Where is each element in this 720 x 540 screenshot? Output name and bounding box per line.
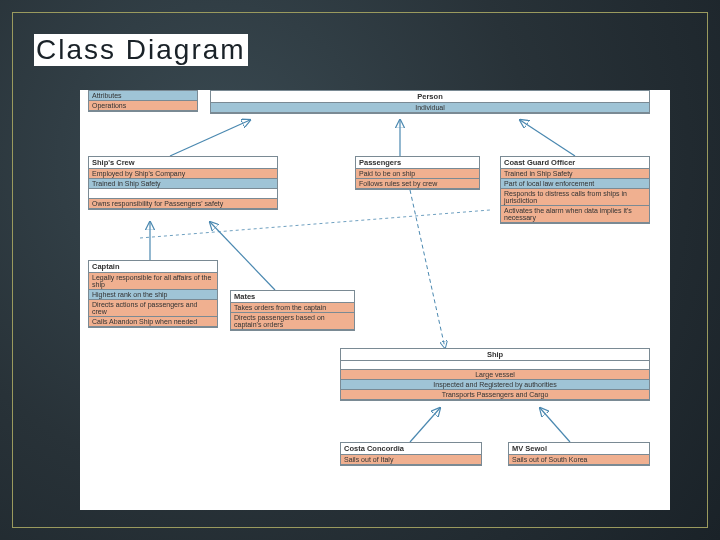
person-header: Person bbox=[211, 91, 649, 103]
crew-trained: Trained in Ship Safety bbox=[89, 179, 277, 189]
passengers-header: Passengers bbox=[356, 157, 479, 169]
ship-header: Ship bbox=[341, 349, 649, 361]
sewol-header: MV Sewol bbox=[509, 443, 649, 455]
class-ship: Ship Large vessel Inspected and Register… bbox=[340, 348, 650, 401]
passengers-follows: Follows rules set by crew bbox=[356, 179, 479, 189]
captain-header: Captain bbox=[89, 261, 217, 273]
captain-rank: Highest rank on the ship bbox=[89, 290, 217, 300]
class-passengers: Passengers Paid to be on ship Follows ru… bbox=[355, 156, 480, 190]
captain-legal: Legally responsible for all affairs of t… bbox=[89, 273, 217, 290]
captain-calls: Calls Abandon Ship when needed bbox=[89, 317, 217, 327]
crew-owns: Owns responsibility for Passengers' safe… bbox=[89, 199, 277, 209]
costa-header: Costa Concordia bbox=[341, 443, 481, 455]
cgo-responds: Responds to distress calls from ships in… bbox=[501, 189, 649, 206]
svg-line-5 bbox=[410, 190, 445, 348]
class-mv-sewol: MV Sewol Sails out of South Korea bbox=[508, 442, 650, 466]
class-key: Attributes Operations bbox=[88, 90, 198, 112]
cgo-activates: Activates the alarm when data implies it… bbox=[501, 206, 649, 223]
slide-title: Class Diagram bbox=[34, 34, 248, 66]
key-operations: Operations bbox=[89, 101, 197, 111]
class-diagram: Attributes Operations Person Individual … bbox=[80, 90, 670, 510]
svg-line-8 bbox=[540, 408, 570, 442]
svg-line-7 bbox=[410, 408, 440, 442]
costa-sails: Sails out of Italy bbox=[341, 455, 481, 465]
cgo-part: Part of local law enforcement bbox=[501, 179, 649, 189]
svg-line-6 bbox=[140, 210, 490, 238]
key-attributes: Attributes bbox=[89, 91, 197, 101]
mates-directs: Directs passengers based on captain's or… bbox=[231, 313, 354, 330]
class-person: Person Individual bbox=[210, 90, 650, 114]
class-mates: Mates Takes orders from the captain Dire… bbox=[230, 290, 355, 331]
ship-inspected: Inspected and Registered by authorities bbox=[341, 380, 649, 390]
crew-header: Ship's Crew bbox=[89, 157, 277, 169]
mates-takes: Takes orders from the captain bbox=[231, 303, 354, 313]
class-costa-concordia: Costa Concordia Sails out of Italy bbox=[340, 442, 482, 466]
svg-line-4 bbox=[210, 222, 275, 290]
ship-large: Large vessel bbox=[341, 370, 649, 380]
class-captain: Captain Legally responsible for all affa… bbox=[88, 260, 218, 328]
cgo-header: Coast Guard Officer bbox=[501, 157, 649, 169]
crew-spacer bbox=[89, 189, 277, 199]
svg-line-0 bbox=[170, 120, 250, 156]
person-attr: Individual bbox=[211, 103, 649, 113]
svg-line-2 bbox=[520, 120, 575, 156]
passengers-paid: Paid to be on ship bbox=[356, 169, 479, 179]
crew-employed: Employed by Ship's Company bbox=[89, 169, 277, 179]
ship-spacer bbox=[341, 361, 649, 370]
class-coast-guard-officer: Coast Guard Officer Trained in Ship Safe… bbox=[500, 156, 650, 224]
sewol-sails: Sails out of South Korea bbox=[509, 455, 649, 465]
mates-header: Mates bbox=[231, 291, 354, 303]
captain-directs: Directs actions of passengers and crew bbox=[89, 300, 217, 317]
class-ships-crew: Ship's Crew Employed by Ship's Company T… bbox=[88, 156, 278, 210]
cgo-trained: Trained in Ship Safety bbox=[501, 169, 649, 179]
ship-transports: Transports Passengers and Cargo bbox=[341, 390, 649, 400]
